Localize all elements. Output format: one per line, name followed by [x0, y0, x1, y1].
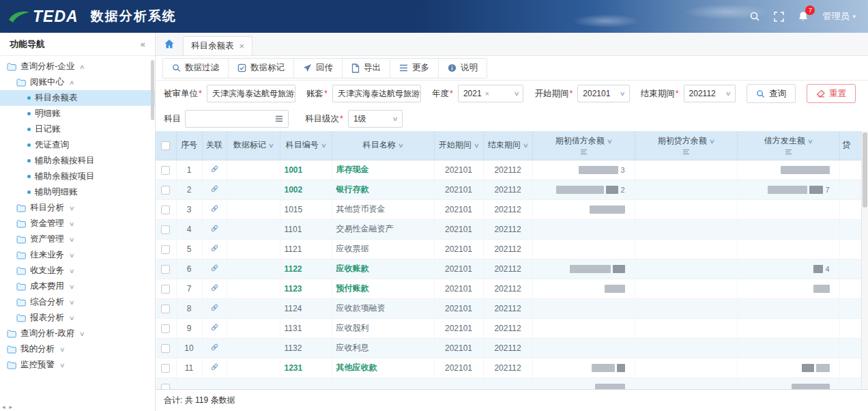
sidebar-folder-query-enterprise[interactable]: 查询分析-企业∧ [0, 59, 155, 74]
filter-lines-icon[interactable] [536, 149, 632, 155]
table-row[interactable]: 51121应收票据202101202112 [156, 239, 861, 259]
row-checkbox[interactable] [161, 265, 170, 274]
scrollbar-thumb[interactable] [151, 60, 154, 120]
link-icon[interactable] [210, 224, 219, 233]
end-period-select[interactable]: 202112 ∨ [684, 85, 736, 102]
search-icon[interactable] [749, 11, 760, 22]
row-checkbox[interactable] [161, 344, 170, 353]
sidebar-item-aux-balance-by-project[interactable]: 辅助余额按项目 [0, 169, 155, 184]
cell-subject-code[interactable]: 1122 [280, 259, 332, 279]
link-icon[interactable] [210, 165, 219, 173]
col-subject-name[interactable]: 科目名称∨ [332, 131, 434, 160]
table-row[interactable] [156, 378, 861, 389]
hscroll-left-icon[interactable]: ◂ [2, 403, 5, 410]
link-icon[interactable] [210, 303, 219, 312]
row-checkbox[interactable] [161, 225, 170, 234]
user-menu[interactable]: 管理员 ▾ [822, 10, 856, 23]
tab-subject-balance[interactable]: 科目余额表 × [183, 36, 252, 55]
sidebar-folder-report-analysis[interactable]: 报表分析∨ [0, 310, 155, 326]
sidebar-item-detail-ledger[interactable]: 明细账 [0, 106, 155, 122]
sidebar-folder-income-expense[interactable]: 收支业务∨ [0, 263, 155, 279]
cell-subject-name[interactable]: 预付账款 [332, 279, 434, 298]
fullscreen-icon[interactable] [774, 12, 784, 22]
filter-lines-icon[interactable] [740, 149, 837, 155]
cell-subject-name[interactable]: 库存现金 [332, 160, 434, 180]
link-icon[interactable] [210, 204, 219, 213]
filter-lines-icon[interactable] [638, 149, 734, 155]
reset-button[interactable]: 重置 [807, 84, 856, 103]
table-row[interactable]: 31015其他货币资金202101202112 [156, 199, 861, 219]
row-checkbox[interactable] [161, 364, 170, 373]
sidebar-item-journal[interactable]: 日记账 [0, 122, 155, 137]
clear-year-icon[interactable]: × [485, 89, 489, 98]
sidebar-item-voucher-query[interactable]: 凭证查询 [0, 137, 155, 153]
table-row[interactable]: 91131应收股利202101202112 [156, 318, 861, 338]
more-button[interactable]: 更多 [390, 59, 439, 78]
cell-subject-name[interactable]: 银行存款 [332, 180, 434, 199]
col-data-mark[interactable]: 数据标记∨ [227, 131, 280, 160]
scrollbar-thumb[interactable] [863, 132, 867, 208]
sidebar-scrollbar[interactable] [150, 56, 155, 411]
row-checkbox[interactable] [161, 245, 170, 254]
sidebar-folder-fund-management[interactable]: 资金管理∨ [0, 216, 155, 231]
col-subject-code[interactable]: 科目编号∨ [280, 131, 332, 160]
table-scrollbar[interactable] [861, 131, 868, 389]
sidebar-collapse-button[interactable]: « [141, 39, 145, 49]
data-mark-button[interactable]: 数据标记 [229, 59, 294, 78]
select-all-checkbox[interactable] [161, 141, 170, 150]
hscroll-right-icon[interactable]: ▸ [10, 403, 13, 410]
col-opening-credit[interactable]: 期初贷方余额∨ [635, 131, 737, 160]
table-row[interactable]: 11001库存现金2021012021123 [156, 160, 861, 180]
row-checkbox[interactable] [161, 384, 170, 389]
col-opening-debit[interactable]: 期初借方余额∨ [532, 131, 635, 160]
table-row[interactable]: 21002银行存款20210120211227 [156, 180, 861, 199]
table-row[interactable]: 41101交易性金融资产202101202112 [156, 219, 861, 239]
sidebar-item-subject-balance[interactable]: 科目余额表 [0, 90, 155, 106]
row-checkbox[interactable] [161, 285, 170, 294]
export-button[interactable]: 导出 [343, 59, 390, 78]
table-row[interactable]: 81124应收款项融资202101202112 [156, 298, 861, 318]
sidebar-folder-asset-management[interactable]: 资产管理∨ [0, 231, 155, 247]
sidebar-folder-current-business[interactable]: 往来业务∨ [0, 247, 155, 263]
subject-input[interactable] [185, 110, 289, 128]
year-select[interactable]: 2021 × ∨ [458, 85, 524, 102]
cell-subject-code[interactable]: 1123 [280, 279, 332, 298]
query-button[interactable]: 查询 [747, 84, 796, 103]
data-filter-button[interactable]: 数据过滤 [163, 59, 229, 78]
list-picker-icon[interactable] [275, 115, 283, 122]
home-tab-button[interactable] [164, 39, 175, 49]
row-checkbox[interactable] [161, 324, 170, 333]
sidebar-folder-subject-analysis[interactable]: 科目分析∨ [0, 200, 155, 216]
cell-subject-code[interactable]: 1231 [280, 358, 332, 378]
cell-subject-code[interactable]: 1001 [280, 160, 332, 180]
cell-subject-name[interactable]: 应收账款 [332, 259, 434, 279]
link-icon[interactable] [210, 283, 219, 292]
table-row[interactable]: 111231其他应收款202101202112 [156, 358, 861, 378]
sidebar-folder-my-analysis[interactable]: 我的分析∨ [0, 341, 155, 357]
tab-close-icon[interactable]: × [240, 41, 245, 51]
sidebar-folder-query-government[interactable]: 查询分析-政府∨ [0, 326, 155, 341]
subject-level-select[interactable]: 1级 ∨ [348, 110, 403, 128]
sidebar-folder-ledger-center[interactable]: 阅账中心∧ [0, 74, 155, 90]
start-period-select[interactable]: 202101 ∨ [577, 85, 629, 102]
cell-subject-name[interactable]: 其他应收款 [332, 358, 434, 378]
link-icon[interactable] [210, 244, 219, 253]
col-start-period[interactable]: 开始期间∨ [434, 131, 483, 160]
unit-input[interactable]: 天津滨海泰达航母旅游集团股 [207, 85, 295, 102]
sidebar-hscroll-arrows[interactable]: ◂ ▸ [2, 403, 12, 410]
link-icon[interactable] [210, 343, 219, 352]
col-end-period[interactable]: 结束期间∨ [483, 131, 532, 160]
link-icon[interactable] [210, 363, 219, 371]
sidebar-folder-monitor-warning[interactable]: 监控预警∨ [0, 357, 155, 373]
row-checkbox[interactable] [161, 186, 170, 195]
info-button[interactable]: 说明 [439, 59, 487, 78]
sidebar-item-aux-balance-by-subject[interactable]: 辅助余额按科目 [0, 153, 155, 169]
col-debit-amount[interactable]: 借方发生额∨ [737, 131, 839, 160]
send-back-button[interactable]: 回传 [294, 59, 343, 78]
account-book-input[interactable]: 天津滨海泰达航母旅游集团股 [332, 85, 421, 102]
link-icon[interactable] [210, 323, 219, 332]
table-row[interactable]: 101132应收利息202101202112 [156, 338, 861, 358]
row-checkbox[interactable] [161, 166, 170, 175]
col-credit-amount-partial[interactable]: 贷 [839, 131, 861, 160]
table-row[interactable]: 71123预付账款202101202112 [156, 279, 861, 298]
